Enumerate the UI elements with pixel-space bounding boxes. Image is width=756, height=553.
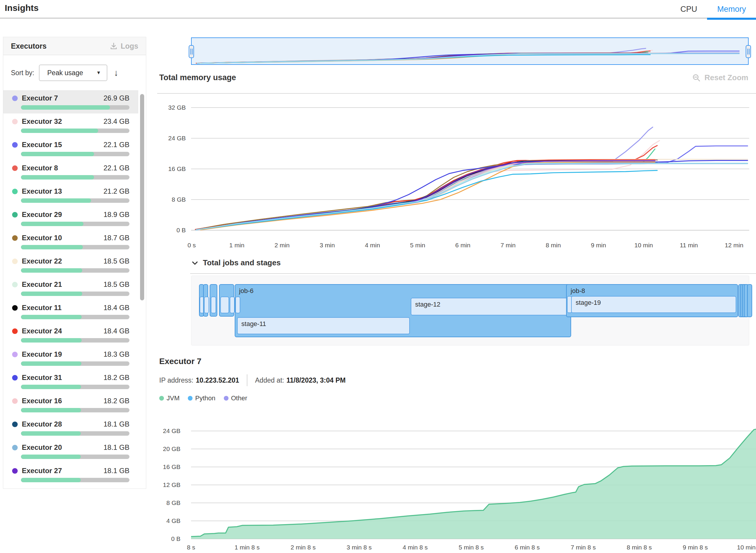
- x-axis-label: 4 min 8 s: [402, 544, 428, 551]
- stage-bar[interactable]: [204, 297, 209, 313]
- tab-cpu[interactable]: CPU: [670, 0, 707, 18]
- page-title: Insights: [5, 3, 39, 13]
- executor-list-item[interactable]: Executor 726.9 GB: [3, 90, 138, 113]
- y-axis-label: 12 GB: [148, 481, 180, 488]
- memory-series-Executor 32: [199, 141, 660, 230]
- executor-list-scrollbar[interactable]: [140, 94, 144, 300]
- stage-bar[interactable]: [220, 297, 229, 313]
- executor-name: Executor 27: [22, 467, 62, 475]
- divider: [190, 273, 756, 274]
- executor-list-item[interactable]: Executor 2918.9 GB: [3, 207, 138, 230]
- chevron-down-icon: ▼: [96, 70, 101, 75]
- executor-peak-value: 22.1 GB: [103, 141, 130, 149]
- executor-list-item[interactable]: Executor 1918.3 GB: [3, 346, 138, 370]
- executor-usage-bar: [21, 245, 130, 249]
- executor-list-item[interactable]: Executor 3223.4 GB: [3, 113, 138, 137]
- jobs-stages-toggle[interactable]: Total jobs and stages: [191, 258, 281, 267]
- x-axis-label: 9 min 8 s: [683, 544, 708, 551]
- brush-handle-right[interactable]: [746, 45, 751, 58]
- reset-zoom-button[interactable]: Reset Zoom: [692, 73, 748, 82]
- y-axis-label: 16 GB: [153, 165, 186, 172]
- executor-peak-value: 18.2 GB: [103, 374, 130, 382]
- memory-chart-title: Total memory usage: [159, 73, 236, 82]
- executors-panel: Executors Logs Sort by: Peak usage ▼ ↓ E…: [3, 37, 146, 489]
- sort-direction-button[interactable]: ↓: [114, 68, 118, 78]
- executor-list-item[interactable]: Executor 2418.4 GB: [3, 323, 138, 346]
- executor-usage-bar-fill: [21, 222, 83, 226]
- legend-label: Other: [231, 394, 247, 402]
- stage-bar[interactable]: [230, 297, 235, 313]
- executor-list-item[interactable]: Executor 3118.2 GB: [3, 370, 138, 393]
- executor-usage-bar-fill: [21, 338, 82, 342]
- executor-usage-bar-fill: [21, 385, 81, 389]
- legend-label: Python: [195, 394, 216, 402]
- executor-list-item[interactable]: Executor 822.1 GB: [3, 160, 138, 183]
- executor-name: Executor 28: [22, 420, 62, 428]
- executor-list-item[interactable]: Executor 1618.2 GB: [3, 393, 138, 416]
- legend-dot: [188, 396, 193, 401]
- executor-list-item[interactable]: Executor 2718.1 GB: [3, 463, 138, 486]
- executor-peak-value: 18.3 GB: [103, 350, 130, 359]
- executor-usage-bar: [21, 222, 130, 226]
- stage-bar[interactable]: [235, 297, 240, 313]
- executor-list-item[interactable]: Executor 2218.5 GB: [3, 253, 138, 276]
- executor-row: Executor 2818.1 GB: [12, 419, 138, 429]
- executor-peak-value: 18.1 GB: [103, 467, 130, 475]
- sort-select[interactable]: Peak usage ▼: [39, 65, 107, 81]
- executor-peak-value: 26.9 GB: [103, 94, 130, 102]
- executor-list-item[interactable]: Executor 1321.2 GB: [3, 183, 138, 207]
- executor-usage-bar-fill: [21, 431, 81, 436]
- executors-panel-header: Executors Logs: [3, 37, 146, 55]
- executor-list-item[interactable]: Executor 1118.4 GB: [3, 300, 138, 323]
- executor-row: Executor 2418.4 GB: [12, 326, 138, 336]
- y-axis-label: 24 GB: [153, 135, 186, 142]
- brush-handle-left[interactable]: [189, 45, 194, 58]
- zoom-brush[interactable]: [191, 37, 749, 65]
- executor-usage-bar: [21, 129, 130, 133]
- executor-usage-bar-fill: [21, 478, 81, 482]
- jobs-stages-gantt: job-6stage-12stage-11job-8stage-19: [191, 275, 749, 345]
- executor-list-item[interactable]: Executor 2118.5 GB: [3, 276, 138, 300]
- x-axis-label: 10 min 8 s: [737, 544, 756, 551]
- executor-usage-bar: [21, 292, 130, 296]
- legend-item-other: Other: [224, 394, 247, 402]
- stage-bar-stage-19[interactable]: stage-19: [571, 296, 736, 313]
- stage-bar-stage-12[interactable]: stage-12: [411, 298, 570, 315]
- executor-usage-bar: [21, 362, 130, 366]
- stage-bar[interactable]: [211, 297, 216, 313]
- job-bar[interactable]: [747, 284, 752, 317]
- y-axis-label: 4 GB: [148, 517, 180, 525]
- executor-list-item[interactable]: Executor 2018.1 GB: [3, 440, 138, 463]
- jobs-stages-title: Total jobs and stages: [203, 258, 281, 267]
- executor-list-item[interactable]: Executor 1018.7 GB: [3, 230, 138, 253]
- executor-name: Executor 29: [22, 211, 62, 219]
- stage-bar-stage-11[interactable]: stage-11: [237, 317, 410, 334]
- executor-usage-bar-fill: [21, 268, 82, 273]
- executor-list-item[interactable]: Executor 2818.1 GB: [3, 416, 138, 440]
- ip-value: 10.223.52.201: [196, 377, 239, 384]
- executor-row: Executor 1118.4 GB: [12, 303, 138, 313]
- executor-peak-value: 23.4 GB: [103, 117, 130, 126]
- x-axis-label: 10 min: [634, 242, 653, 249]
- logs-button[interactable]: Logs: [110, 42, 138, 51]
- tab-memory[interactable]: Memory: [707, 0, 756, 18]
- executor-usage-bar-fill: [21, 455, 81, 459]
- executor-color-dot: [12, 212, 18, 218]
- executor-peak-value: 18.7 GB: [103, 234, 130, 242]
- executor-usage-bar-fill: [21, 408, 81, 412]
- x-axis-label: 8 s: [187, 544, 195, 551]
- y-axis-label: 24 GB: [148, 427, 180, 434]
- x-axis-label: 6 min: [455, 242, 470, 249]
- executor-name: Executor 15: [22, 141, 62, 149]
- executor-color-dot: [12, 375, 18, 381]
- executor-usage-bar: [21, 315, 130, 319]
- top-header: Insights CPUMemory: [0, 0, 756, 18]
- executor-name: Executor 8: [22, 164, 58, 172]
- brush-series-Executor 7: [197, 48, 646, 63]
- executor-name: Executor 19: [22, 350, 62, 359]
- executor-name: Executor 22: [22, 257, 62, 265]
- executor-row: Executor 1321.2 GB: [12, 186, 138, 196]
- x-axis-label: 5 min 8 s: [458, 544, 483, 551]
- executor-list-item[interactable]: Executor 1522.1 GB: [3, 137, 138, 160]
- legend-dot: [224, 396, 229, 401]
